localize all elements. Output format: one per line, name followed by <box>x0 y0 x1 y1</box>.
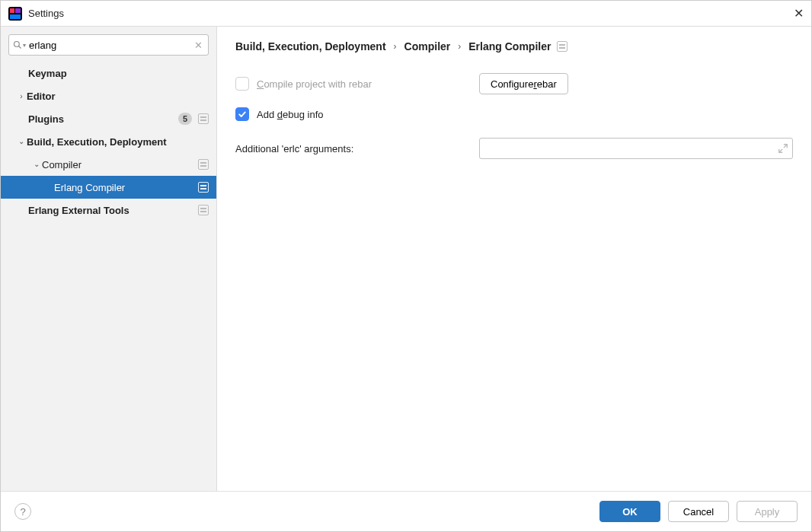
configure-rebar-button[interactable]: Configure rebar <box>479 73 568 94</box>
compile-rebar-label: Compile project with rebar <box>257 78 372 90</box>
erlc-args-row: Additional 'erlc' arguments: <box>235 138 793 159</box>
title-bar: Settings ✕ <box>1 1 811 27</box>
ok-button[interactable]: OK <box>599 501 660 522</box>
sidebar: ▾ ✕ Keymap › Editor Plugins 5 ⌄ Build, E… <box>1 27 217 491</box>
search-box: ▾ ✕ <box>8 34 209 56</box>
sidebar-item-build-execution-deployment[interactable]: ⌄ Build, Execution, Deployment <box>1 130 216 153</box>
project-level-icon <box>198 159 209 170</box>
compile-rebar-checkbox <box>235 77 249 91</box>
debug-info-row: Add debug info <box>235 103 793 126</box>
debug-info-checkbox[interactable] <box>235 107 249 121</box>
erlc-args-label: Additional 'erlc' arguments: <box>235 143 479 155</box>
chevron-down-icon[interactable]: ⌄ <box>31 160 42 168</box>
close-icon[interactable]: ✕ <box>782 6 804 21</box>
chevron-down-icon[interactable]: ⌄ <box>16 137 27 145</box>
svg-point-4 <box>14 42 20 47</box>
sidebar-item-erlang-external-tools[interactable]: Erlang External Tools <box>1 199 216 221</box>
compile-rebar-row: Compile project with rebar Configure reb… <box>235 72 793 95</box>
sidebar-item-keymap[interactable]: Keymap <box>1 62 216 84</box>
sidebar-item-erlang-compiler[interactable]: Erlang Compiler <box>1 176 216 199</box>
settings-tree: Keymap › Editor Plugins 5 ⌄ Build, Execu… <box>1 62 216 491</box>
svg-line-5 <box>19 46 21 49</box>
search-input[interactable] <box>8 34 209 56</box>
breadcrumb-part[interactable]: Build, Execution, Deployment <box>235 40 386 53</box>
erlc-args-input[interactable] <box>479 138 793 159</box>
breadcrumb: Build, Execution, Deployment › Compiler … <box>235 40 793 53</box>
sidebar-item-plugins[interactable]: Plugins 5 <box>1 107 216 130</box>
chevron-right-icon: › <box>458 41 461 52</box>
search-history-chevron-icon[interactable]: ▾ <box>23 42 26 49</box>
svg-rect-3 <box>10 14 21 19</box>
chevron-right-icon: › <box>394 41 397 52</box>
plugins-badge: 5 <box>178 113 192 125</box>
clear-search-icon[interactable]: ✕ <box>194 40 203 51</box>
project-level-icon <box>198 113 209 124</box>
svg-rect-1 <box>10 8 14 13</box>
apply-button: Apply <box>737 501 798 522</box>
main-panel: Build, Execution, Deployment › Compiler … <box>217 27 811 491</box>
sidebar-item-compiler[interactable]: ⌄ Compiler <box>1 153 216 176</box>
project-level-icon <box>198 182 209 193</box>
breadcrumb-part: Erlang Compiler <box>468 40 551 53</box>
dialog-footer: ? OK Cancel Apply <box>1 491 811 531</box>
content-area: ▾ ✕ Keymap › Editor Plugins 5 ⌄ Build, E… <box>1 27 811 491</box>
sidebar-item-editor[interactable]: › Editor <box>1 84 216 107</box>
project-level-icon <box>198 205 209 215</box>
breadcrumb-part[interactable]: Compiler <box>404 40 451 53</box>
chevron-right-icon[interactable]: › <box>16 92 27 100</box>
help-icon[interactable]: ? <box>14 503 31 520</box>
app-icon <box>8 7 22 21</box>
window-title: Settings <box>28 8 782 19</box>
project-level-icon <box>557 41 567 52</box>
expand-icon[interactable] <box>778 143 788 154</box>
search-icon: ▾ <box>13 40 26 49</box>
debug-info-label: Add debug info <box>257 109 323 120</box>
svg-rect-2 <box>15 8 21 13</box>
cancel-button[interactable]: Cancel <box>668 501 729 522</box>
